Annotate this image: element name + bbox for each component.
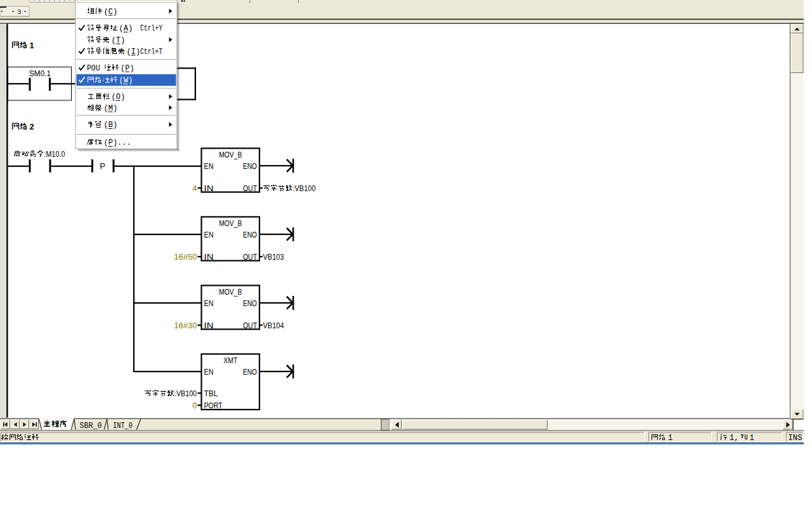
svg-text:P: P (100, 161, 105, 171)
svg-text:(I): (I) (127, 48, 141, 57)
svg-text:(M): (M) (104, 104, 118, 113)
svg-text:SM0.1: SM0.1 (29, 69, 51, 78)
svg-text:EN: EN (204, 161, 214, 171)
svg-text:1,: 1, (730, 434, 738, 443)
svg-text:(B): (B) (104, 121, 118, 130)
svg-text:2: 2 (30, 122, 34, 131)
svg-text:(O): (O) (112, 93, 126, 102)
svg-text:INS: INS (789, 434, 802, 443)
svg-text:(A): (A) (119, 24, 133, 33)
svg-text:IN: IN (204, 252, 214, 262)
svg-text:16#50: 16#50 (174, 252, 197, 262)
svg-text:ENO: ENO (243, 230, 257, 239)
svg-text:OUT: OUT (243, 321, 257, 330)
svg-text:Ctrl+T: Ctrl+T (140, 48, 162, 57)
svg-text:4: 4 (192, 184, 197, 193)
svg-text:EN: EN (204, 230, 214, 239)
svg-text::M10.0: :M10.0 (44, 150, 65, 159)
svg-text:POU: POU (87, 64, 100, 73)
svg-text:INT_0: INT_0 (113, 422, 133, 431)
svg-text:MOV_B: MOV_B (219, 218, 242, 228)
svg-text:ENO: ENO (243, 367, 257, 377)
svg-text::VB100: :VB100 (174, 389, 197, 398)
svg-text:SBR_0: SBR_0 (80, 422, 102, 431)
svg-text:TBL: TBL (204, 389, 218, 398)
svg-text:(T): (T) (112, 36, 126, 45)
svg-text:XMT: XMT (223, 356, 237, 365)
svg-text:3: 3 (17, 8, 22, 16)
svg-text:EN: EN (204, 298, 214, 308)
svg-text:16#30: 16#30 (174, 321, 197, 330)
svg-text:0: 0 (192, 401, 197, 410)
svg-text:(C): (C) (104, 8, 118, 17)
svg-text:IN: IN (204, 321, 214, 330)
svg-text:MOV_B: MOV_B (219, 287, 242, 297)
svg-text:1: 1 (30, 41, 34, 50)
svg-text:OUT: OUT (243, 184, 257, 193)
svg-text:1: 1 (668, 434, 672, 443)
svg-text:MOV_B: MOV_B (219, 150, 242, 159)
svg-text::VB100: :VB100 (293, 184, 316, 193)
svg-text:OUT: OUT (243, 252, 257, 262)
svg-text:IN: IN (204, 184, 214, 193)
svg-text:VB103: VB103 (263, 253, 284, 262)
svg-text:EN: EN (204, 367, 214, 377)
svg-text:1: 1 (750, 434, 754, 443)
svg-text:ENO: ENO (243, 161, 257, 171)
svg-text:PORT: PORT (204, 401, 223, 410)
svg-text:ENO: ENO (243, 298, 257, 308)
svg-text:Ctrl+Y: Ctrl+Y (140, 24, 162, 33)
svg-text:(P)...: (P)... (104, 138, 131, 147)
svg-text:(P): (P) (121, 64, 134, 73)
svg-text:VB104: VB104 (263, 321, 284, 330)
svg-text:(W): (W) (119, 76, 133, 85)
